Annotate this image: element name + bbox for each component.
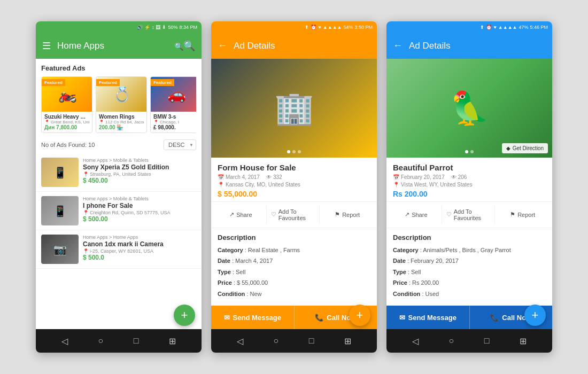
- ad-location-2: 📍 Kansas City, MO, United States: [218, 182, 370, 188]
- list-title-1: I phone For Sale: [83, 202, 196, 209]
- ad-image-parrot: 🦜 ◆ Get Direction: [386, 59, 552, 158]
- share-btn-2[interactable]: ↗ Share: [215, 205, 267, 224]
- action-bar-3: ↗ Share ♡ Add To Favourites ⚑ Report: [386, 202, 552, 228]
- list-category-1: Home Apps > Mobile & Tablets: [83, 196, 196, 201]
- list-location-1: 📍 Creighton Rd, Quinn, SD 57775, USA: [83, 210, 196, 215]
- get-direction-btn[interactable]: ◆ Get Direction: [502, 143, 548, 153]
- desc-item-1: Date : March 4, 2017: [218, 256, 370, 266]
- list-title-2: Canon 1dx mark ii Camera: [83, 240, 196, 248]
- app-title-3: Ad Details: [409, 41, 546, 51]
- ad-title-section-3: Beautiful Parrot 📅 February 20, 2017 👁 2…: [386, 158, 552, 202]
- featured-card-2[interactable]: 🚗 Featured BMW 3-s 📍 Chicago, I £ 98,000…: [150, 76, 196, 133]
- ad-meta-3: 📅 February 20, 2017 👁 206: [393, 174, 546, 180]
- filter-bar: No of Ads Found: 10 DESC ASC: [36, 136, 202, 153]
- nav-recents-2[interactable]: □: [309, 336, 314, 346]
- ad-title-section-2: Form House for Sale 📅 March 4, 2017 👁 33…: [211, 158, 377, 202]
- search-icon[interactable]: 🔍: [174, 40, 195, 52]
- desc-title-3: Description: [393, 233, 546, 241]
- share-btn-3[interactable]: ↗ Share: [391, 205, 442, 224]
- ad-title-3: Beautiful Parrot: [393, 163, 546, 172]
- desc-item-3-4: Condition : Used: [393, 290, 546, 299]
- card-title-2: BMW 3-s: [153, 114, 196, 120]
- list-item-2[interactable]: 📷 Home Apps > Home Apps Canon 1dx mark i…: [36, 230, 202, 269]
- list-item-img-1: 📱: [41, 196, 79, 225]
- fab-button-3[interactable]: +: [524, 305, 546, 326]
- nav-home-2[interactable]: ○: [274, 336, 279, 346]
- report-btn-2[interactable]: ⚑ Report: [322, 205, 373, 224]
- nav-back-1[interactable]: ◁: [61, 336, 68, 346]
- featured-badge-1: Featured: [96, 79, 120, 86]
- screen-ad-realestate: ⬆ ⏰ ♥ ▲▲▲▲ 54% 3:50 PM ← Ad Details 🏢 Fo…: [211, 21, 377, 353]
- nav-back-3[interactable]: ◁: [412, 336, 419, 346]
- app-title-2: Ad Details: [234, 41, 370, 51]
- battery-2: 54%: [343, 25, 353, 30]
- app-title-1: Home Apps: [57, 41, 168, 51]
- favourite-btn-3[interactable]: ♡ Add To Favourites: [444, 205, 496, 224]
- desc-item-3: Price : $ 55,000.00: [218, 278, 370, 287]
- status-bar-3: ⬆ ⏰ ♥ ▲▲▲▲ 47% 5:46 PM: [386, 21, 552, 33]
- featured-badge-2: Featured: [151, 79, 174, 86]
- dot-indicator-3: [465, 150, 474, 153]
- send-message-btn-2[interactable]: ✉ Send Message: [211, 306, 294, 329]
- nav-grid-2[interactable]: ⊞: [344, 336, 351, 346]
- featured-badge-0: Featured: [42, 79, 65, 86]
- featured-card-img-2: 🚗 Featured: [151, 77, 196, 112]
- card-location-2: 📍 Chicago, I: [153, 120, 196, 124]
- list-category-2: Home Apps > Home Apps: [83, 235, 196, 240]
- list-price-1: $ 500.00: [83, 215, 196, 223]
- nav-home-3[interactable]: ○: [449, 336, 454, 346]
- menu-icon[interactable]: ☰: [42, 40, 51, 52]
- nav-bar-2: ◁ ○ □ ⊞: [211, 329, 377, 353]
- featured-card-0[interactable]: 🏍️ Featured Suzuki Heavy Bike 📍 Great Be…: [41, 76, 92, 133]
- list-item-1[interactable]: 📱 Home Apps > Mobile & Tablets I phone F…: [36, 192, 202, 230]
- app-bar-3: ← Ad Details: [386, 33, 552, 59]
- desc-item-3-2: Type : Sell: [393, 268, 546, 277]
- back-icon-3[interactable]: ←: [393, 40, 403, 51]
- card-title-1: Women Rings: [99, 114, 144, 120]
- featured-card-img-0: 🏍️ Featured: [42, 77, 92, 112]
- report-btn-3[interactable]: ⚑ Report: [497, 205, 548, 224]
- fab-button-1[interactable]: +: [174, 305, 195, 326]
- nav-home-1[interactable]: ○: [98, 336, 104, 346]
- sort-select-wrap[interactable]: DESC ASC: [164, 139, 196, 150]
- time-2: 3:50 PM: [354, 25, 373, 30]
- list-title-0: Sony Xperia Z5 Gold Edition: [83, 163, 196, 171]
- fab-button-2[interactable]: +: [349, 305, 370, 326]
- card-price-0: Дин 7,800.00: [44, 124, 89, 130]
- card-location-1: 📍 112 Co Rd 84, Jaconita, NM: [99, 120, 144, 124]
- favourite-btn-2[interactable]: ♡ Add To Favourites: [269, 205, 320, 224]
- desc-title-2: Description: [218, 233, 370, 241]
- ad-title-2: Form House for Sale: [218, 163, 370, 172]
- battery-1: 50%: [168, 25, 177, 30]
- action-bar-2: ↗ Share ♡ Add To Favourites ⚑ Report: [211, 202, 377, 228]
- nav-recents-3[interactable]: □: [484, 336, 490, 346]
- nav-grid-1[interactable]: ⊞: [169, 336, 176, 346]
- ad-location-3: 📍 Vista West, WY, United States: [393, 182, 546, 188]
- status-bar-2: ⬆ ⏰ ♥ ▲▲▲▲ 54% 3:50 PM: [211, 21, 377, 33]
- app-bar-2: ← Ad Details: [211, 33, 377, 59]
- list-item-img-0: 📱: [41, 158, 79, 187]
- app-bar-1: ☰ Home Apps 🔍: [36, 33, 202, 59]
- nav-back-2[interactable]: ◁: [237, 336, 243, 346]
- screen-ad-parrot: ⬆ ⏰ ♥ ▲▲▲▲ 47% 5:46 PM ← Ad Details 🦜 ◆ …: [386, 21, 552, 353]
- list-item-0[interactable]: 📱 Home Apps > Mobile & Tablets Sony Xper…: [36, 153, 202, 192]
- desc-item-3-3: Price : Rs 200.00: [393, 278, 546, 287]
- send-message-btn-3[interactable]: ✉ Send Message: [386, 306, 469, 329]
- featured-cards: 🏍️ Featured Suzuki Heavy Bike 📍 Great Be…: [41, 76, 196, 133]
- featured-card-1[interactable]: 💍 Featured Women Rings 📍 112 Co Rd 84, J…: [96, 76, 147, 133]
- nav-grid-3[interactable]: ⊞: [520, 336, 527, 346]
- back-icon-2[interactable]: ←: [218, 40, 227, 51]
- list-location-2: 📍 i-25, Casper, WY 82601, USA: [83, 248, 196, 254]
- nav-bar-3: ◁ ○ □ ⊞: [386, 329, 552, 353]
- sort-select[interactable]: DESC ASC: [164, 139, 196, 150]
- featured-card-img-1: 💍 Featured: [96, 77, 147, 112]
- status-bar-1: 🔊 ⚡ ↕ 🖼 ⬇ 50% 8:34 PM: [36, 21, 202, 33]
- screen1-content: Featured Ads 🏍️ Featured Suzuki Heavy Bi…: [36, 59, 202, 329]
- nav-recents-1[interactable]: □: [134, 336, 139, 346]
- description-section-3: Description Category : Animals/Pets , Bi…: [386, 228, 552, 306]
- desc-item-4: Condition : New: [218, 290, 370, 299]
- desc-item-2: Type : Sell: [218, 268, 370, 277]
- desc-item-3-0: Category : Animals/Pets , Birds , Gray P…: [393, 246, 546, 255]
- nav-bar-1: ◁ ○ □ ⊞: [36, 329, 202, 353]
- list-location-0: 📍 Strasburg, PA, United States: [83, 172, 196, 177]
